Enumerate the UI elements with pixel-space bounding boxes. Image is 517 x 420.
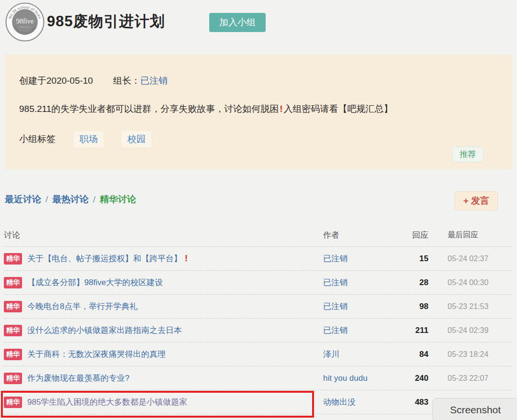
author-link[interactable]: 已注销 (323, 302, 348, 311)
tags-label: 小组标签 (19, 133, 56, 145)
reply-count: 84 (419, 350, 428, 359)
tab-elite-discussions[interactable]: 精华讨论 (100, 194, 136, 204)
screenshot-label: Screenshot (450, 404, 501, 416)
elite-badge: 精华 (4, 373, 22, 384)
header-replies: 回应 (407, 230, 448, 241)
topic-link[interactable]: 关于【电台、帖子搬运授权】和【跨平台】 (27, 253, 182, 264)
elite-badge: 精华 (4, 277, 22, 288)
reply-count: 240 (415, 374, 428, 383)
tag-campus[interactable]: 校园 (122, 131, 151, 147)
reply-count: 483 (415, 398, 428, 407)
recommend-button[interactable]: 推荐 (452, 146, 483, 162)
author-link[interactable]: 已注销 (323, 254, 348, 263)
last-reply-time: 05-23 22:07 (448, 374, 488, 382)
discussion-table: 讨论 作者 回应 最后回应 精华 关于【电台、帖子搬运授权】和【跨平台】 ! 已… (4, 224, 512, 414)
author-link[interactable]: hit you dudu (323, 374, 368, 383)
table-row: 精华 今晚电台8点半，举行开学典礼 已注销 98 05-23 21:53 (4, 295, 512, 319)
group-meta-line: 创建于2020-05-10组长：已注销 (19, 75, 498, 87)
exclamation-icon: ! (185, 254, 188, 264)
table-row: 精华 没什么追求的小镇做题家出路指南之去日本 已注销 211 05-24 02:… (4, 319, 512, 343)
discussion-tabs: 最近讨论/最热讨论/精华讨论 (5, 193, 136, 206)
join-group-button[interactable]: 加入小组 (209, 13, 266, 32)
logo-center-text: 98five (16, 17, 34, 25)
table-row: 精华 【成立各分部】98five大学的校区建设 已注销 28 05-24 00:… (4, 271, 512, 295)
group-logo: No.39 school of fives Feiwu University 9… (5, 2, 45, 42)
logo-date-text: 2020.05.10 (20, 26, 31, 28)
elite-badge: 精华 (4, 325, 22, 336)
elite-badge: 精华 (4, 301, 22, 312)
elite-badge: 精华 (4, 397, 22, 408)
author-link[interactable]: 泽川 (323, 350, 339, 359)
tab-separator: / (89, 194, 100, 204)
author-link[interactable]: 已注销 (323, 326, 348, 335)
exclamation-icon: ! (279, 104, 283, 114)
topic-link[interactable]: 没什么追求的小镇做题家出路指南之去日本 (27, 325, 182, 336)
topic-link[interactable]: 985学生陷入困境的绝大多数都是小镇做题家 (27, 397, 187, 408)
reply-count: 98 (419, 302, 428, 311)
header-last-reply: 最后回应 (448, 230, 512, 240)
last-reply-time: 05-23 21:53 (448, 302, 488, 310)
description-text-after: 入组密码请看【吧规汇总】 (284, 104, 393, 114)
topic-link[interactable]: 关于商科：无数次深夜痛哭得出的真理 (27, 349, 166, 360)
leader-link[interactable]: 已注销 (140, 76, 168, 86)
leader-label: 组长： (113, 76, 140, 86)
table-row: 精华 作为废物现在最羡慕的专业? hit you dudu 240 05-23 … (4, 366, 512, 390)
topic-link[interactable]: 【成立各分部】98five大学的校区建设 (27, 277, 163, 288)
author-link[interactable]: 已注销 (323, 278, 348, 287)
tab-hottest-discussions[interactable]: 最热讨论 (52, 194, 89, 204)
group-tags-row: 小组标签 职场 校园 (19, 131, 498, 147)
table-row: 精华 关于商科：无数次深夜痛哭得出的真理 泽川 84 05-23 18:24 (4, 343, 512, 366)
created-date-label: 创建于2020-05-10 (19, 76, 93, 86)
group-description: 985.211的失学失业者都可以进群，分享失败故事，讨论如何脱困!入组密码请看【… (19, 103, 498, 115)
topic-link[interactable]: 作为废物现在最羡慕的专业? (27, 373, 129, 384)
tab-separator: / (41, 194, 52, 204)
elite-badge: 精华 (4, 253, 22, 265)
last-reply-time: 05-24 02:37 (448, 254, 488, 263)
author-link[interactable]: 动物出没 (323, 398, 356, 407)
header-topic: 讨论 (4, 230, 323, 241)
elite-badge: 精华 (4, 349, 22, 360)
table-row: 精华 关于【电台、帖子搬运授权】和【跨平台】 ! 已注销 15 05-24 02… (4, 247, 512, 271)
new-post-button[interactable]: + 发言 (455, 191, 498, 210)
last-reply-time: 05-24 02:39 (448, 326, 488, 334)
page-title: 985废物引进计划 (47, 11, 165, 32)
reply-count: 15 (419, 254, 428, 263)
topic-link[interactable]: 今晚电台8点半，举行开学典礼 (27, 301, 137, 312)
tab-recent-discussions[interactable]: 最近讨论 (5, 194, 41, 204)
header-author: 作者 (323, 230, 407, 241)
last-reply-time: 05-23 18:24 (448, 350, 488, 358)
group-page: No.39 school of fives Feiwu University 9… (0, 0, 517, 420)
tag-workplace[interactable]: 职场 (74, 131, 103, 147)
last-reply-time: 05-24 00:30 (448, 278, 488, 287)
description-text-before: 985.211的失学失业者都可以进群，分享失败故事，讨论如何脱困 (19, 104, 279, 114)
group-info-panel: 创建于2020-05-10组长：已注销 985.211的失学失业者都可以进群，分… (5, 55, 512, 169)
reply-count: 211 (416, 326, 428, 335)
reply-count: 28 (419, 278, 428, 287)
table-header-row: 讨论 作者 回应 最后回应 (4, 224, 512, 247)
screenshot-thumbnail-chip[interactable]: Screenshot (432, 398, 517, 420)
